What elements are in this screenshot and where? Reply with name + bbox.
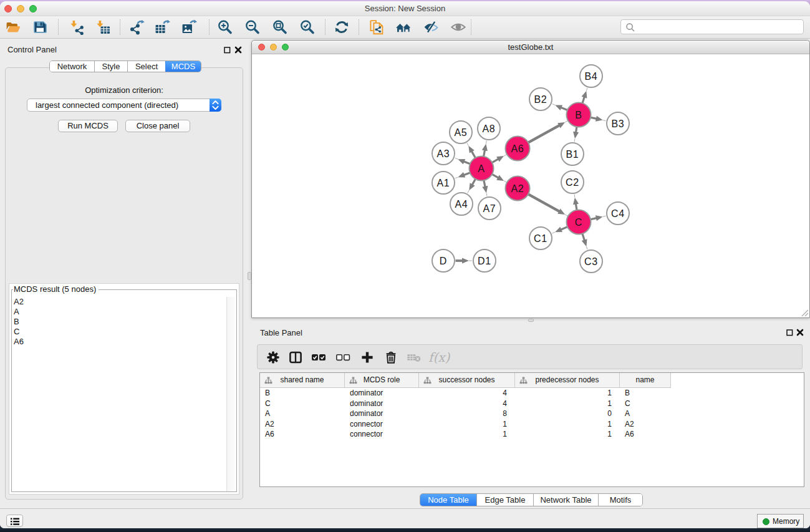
tab-edge-table[interactable]: Edge Table [476,494,533,506]
table-cell[interactable]: 1 [419,429,515,440]
table-row[interactable]: Adominator80A [260,409,804,419]
vertical-splitter-handle[interactable] [248,272,251,280]
table-cell[interactable]: A6 [260,429,345,440]
table-cell[interactable]: 1 [515,388,620,399]
table-cell[interactable]: dominator [345,409,419,419]
table-panel-float-icon[interactable] [786,329,793,336]
column-header-MCDS-role[interactable]: MCDS role [345,373,419,388]
table-cell[interactable]: A [260,409,345,419]
table-panel-close-icon[interactable] [796,329,804,336]
graph-edge-A6-B[interactable] [528,125,560,142]
tab-mcds[interactable]: MCDS [165,61,201,72]
table-cell[interactable]: C [620,399,671,409]
tab-node-table[interactable]: Node Table [420,494,476,506]
table-cell[interactable]: 4 [419,399,515,409]
table-row[interactable]: Cdominator41C [260,399,804,409]
deselect-all-rows-icon[interactable] [335,351,350,364]
table-cell[interactable]: A6 [620,429,671,440]
tab-network[interactable]: Network [50,61,94,72]
tab-select[interactable]: Select [127,61,165,72]
mcds-result-item[interactable]: A6 [14,337,24,347]
column-header-predecessor-nodes[interactable]: predecessor nodes [515,373,620,388]
tab-motifs[interactable]: Motifs [598,494,642,506]
close-traffic-light[interactable] [4,5,12,12]
network-close-traffic-light[interactable] [258,44,265,51]
mcds-result-list[interactable]: A2ABCA6 [14,297,24,347]
network-maximize-traffic-light[interactable] [282,44,289,51]
zoom-fit-icon[interactable] [272,19,288,36]
network-window-resize-grip[interactable] [800,308,809,317]
hide-graphics-details-icon-glyph [423,19,439,36]
table-cell[interactable]: 0 [515,409,620,419]
network-window-titlebar[interactable]: testGlobe.txt [252,41,809,54]
zoom-out-icon[interactable] [244,19,261,36]
table-cell[interactable]: 8 [419,409,515,419]
save-session-icon[interactable] [32,19,48,36]
function-builder-icon[interactable]: f(x) [428,350,450,365]
import-table-from-file-icon[interactable] [95,19,111,36]
mcds-result-item[interactable]: B [14,317,24,327]
table-cell[interactable]: A2 [620,419,671,430]
table-cell[interactable]: B [620,388,671,399]
duplicate-network-icon[interactable] [369,19,385,36]
zoom-in-icon[interactable] [217,19,233,36]
split-table-view-icon[interactable] [288,351,303,364]
graph-edge-A2-C[interactable] [528,194,560,211]
table-row[interactable]: A2connector11A2 [260,419,804,430]
control-panel-close-icon[interactable] [234,46,242,54]
table-cell[interactable]: 1 [515,399,620,409]
mcds-result-item[interactable]: A [14,307,24,317]
select-all-rows-icon[interactable] [311,351,326,364]
table-cell[interactable]: dominator [345,388,419,399]
mcds-result-item[interactable]: A2 [14,297,24,307]
mcds-result-item[interactable]: C [14,327,24,337]
table-row[interactable]: A6connector11A6 [260,429,804,440]
table-cell[interactable]: 1 [419,419,515,430]
toolbar-separator [120,19,120,35]
maximize-traffic-light[interactable] [29,5,37,12]
open-file-icon[interactable] [5,19,21,36]
search-box[interactable] [620,19,804,34]
new-network-icon[interactable] [128,19,145,36]
tab-network-table[interactable]: Network Table [533,494,598,506]
column-header-successor-nodes[interactable]: successor nodes [419,373,515,388]
table-cell[interactable]: 4 [419,388,515,399]
apply-layout-icon[interactable] [334,19,350,36]
table-cell[interactable]: A [620,409,671,419]
run-mcds-button[interactable]: Run MCDS [58,120,118,132]
control-panel-float-icon[interactable] [224,47,231,54]
search-input[interactable] [637,21,799,33]
table-row[interactable]: Bdominator41B [260,388,804,399]
network-minimize-traffic-light[interactable] [270,44,277,51]
table-cell[interactable]: connector [345,429,419,440]
minimize-traffic-light[interactable] [17,5,24,12]
column-header-shared-name[interactable]: shared name [260,373,345,388]
create-new-column-icon[interactable] [360,351,375,364]
hide-graphics-details-icon[interactable] [423,19,439,36]
table-options-icon[interactable] [266,351,281,364]
show-home-panel-icon[interactable] [395,19,412,36]
table-cell[interactable]: A2 [260,419,345,430]
delete-table-icon[interactable] [407,351,422,364]
show-graphics-details-icon[interactable] [450,19,466,36]
column-header-name[interactable]: name [620,373,671,388]
network-graph-canvas[interactable]: B4B2BB3A5A8A6A3B1AA1C2A2A4A7C4CC1C3DD1 [253,54,810,317]
import-network-from-file-icon[interactable] [69,19,85,36]
zoom-selected-icon[interactable] [299,19,316,36]
horizontal-splitter-handle[interactable] [528,319,534,322]
table-cell[interactable]: C [260,399,345,409]
new-table-icon[interactable] [154,19,170,36]
table-cell[interactable]: 1 [515,429,620,440]
mcds-result-scrollbar[interactable] [226,297,236,491]
table-cell[interactable]: dominator [345,399,419,409]
export-image-icon[interactable] [181,19,197,36]
close-panel-button[interactable]: Close panel [125,120,190,132]
delete-columns-icon[interactable] [383,351,398,364]
criterion-dropdown[interactable]: largest connected component (directed) [27,99,221,112]
table-cell[interactable]: B [260,388,345,399]
table-cell[interactable]: connector [345,419,419,430]
task-history-button[interactable] [6,515,23,527]
memory-button[interactable]: Memory [757,514,804,528]
table-cell[interactable]: 1 [515,419,620,430]
tab-style[interactable]: Style [94,61,127,72]
